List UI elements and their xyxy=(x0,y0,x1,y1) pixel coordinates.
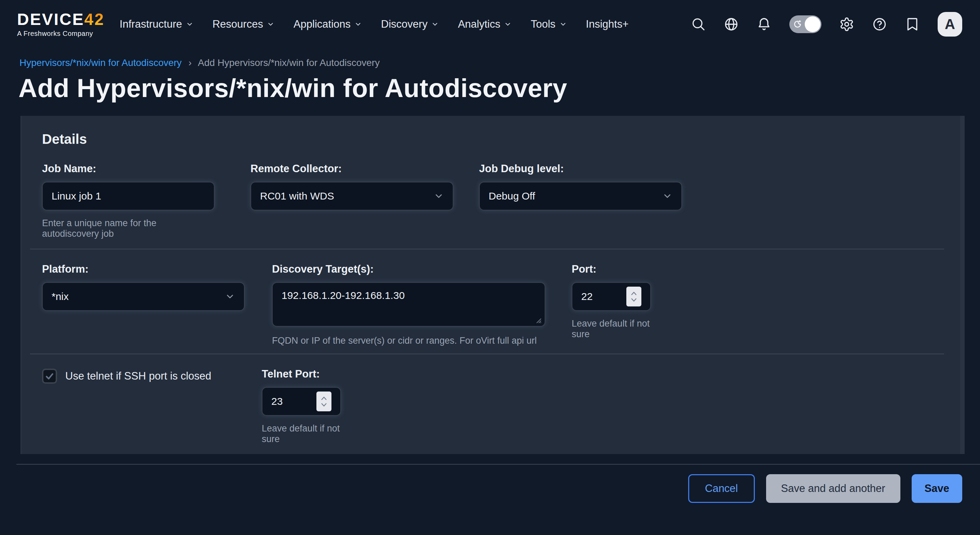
top-nav: DEVICE42 A Freshworks Company Infrastruc… xyxy=(0,0,980,49)
menu-item-insights[interactable]: Insights+ xyxy=(586,18,629,30)
job-debug-select[interactable]: Debug Off xyxy=(479,182,682,210)
menu-label: Infrastructure xyxy=(119,18,182,30)
number-stepper[interactable] xyxy=(317,392,331,411)
job-debug-label: Job Debug level: xyxy=(479,162,682,176)
discovery-targets-helper: FQDN or IP of the server(s) or cidr or r… xyxy=(272,335,546,346)
chevron-down-icon xyxy=(434,191,444,201)
vertical-scrollbar[interactable] xyxy=(960,116,965,454)
footer-actions: Cancel Save and add another Save xyxy=(0,474,962,503)
details-panel: Details Job Name: Enter a unique name fo… xyxy=(21,116,965,454)
logo-accent-42: 42 xyxy=(84,10,105,29)
job-name-label: Job Name: xyxy=(42,162,215,176)
form-row-1: Job Name: Enter a unique name for the au… xyxy=(42,162,937,239)
chevron-down-icon xyxy=(354,21,362,28)
row-divider xyxy=(30,354,944,354)
platform-value: *nix xyxy=(52,291,69,302)
stepper-down-icon xyxy=(320,402,328,408)
remote-collector-value: RC01 with WDS xyxy=(260,190,334,202)
menu-label: Insights+ xyxy=(586,18,629,30)
port-value: 22 xyxy=(581,291,626,302)
job-name-field-group: Job Name: Enter a unique name for the au… xyxy=(42,162,215,239)
search-icon[interactable] xyxy=(691,17,706,32)
resize-handle-icon[interactable] xyxy=(534,316,542,324)
menu-item-applications[interactable]: Applications xyxy=(294,18,362,30)
footer-divider xyxy=(16,464,980,465)
job-debug-value: Debug Off xyxy=(488,190,535,202)
job-name-input-wrap xyxy=(42,182,215,210)
device42-logo[interactable]: DEVICE42 A Freshworks Company xyxy=(17,11,105,38)
stepper-up-icon xyxy=(320,395,328,402)
remote-collector-field-group: Remote Collector: RC01 with WDS xyxy=(250,162,453,210)
remote-collector-label: Remote Collector: xyxy=(250,162,453,176)
menu-label: Applications xyxy=(294,18,351,30)
logo-wordmark: DEVICE42 xyxy=(17,11,105,28)
save-and-add-another-button[interactable]: Save and add another xyxy=(766,474,900,503)
form-row-3: Use telnet if SSH port is closed Telnet … xyxy=(42,367,937,445)
breadcrumb-current: Add Hypervisors/*nix/win for Autodiscove… xyxy=(198,57,380,68)
menu-item-tools[interactable]: Tools xyxy=(531,18,566,30)
use-telnet-checkbox[interactable] xyxy=(42,368,57,384)
help-icon[interactable] xyxy=(872,17,887,32)
discovery-targets-label: Discovery Target(s): xyxy=(272,262,546,276)
chevron-down-icon xyxy=(662,191,673,201)
remote-collector-select[interactable]: RC01 with WDS xyxy=(250,182,453,210)
menu-item-analytics[interactable]: Analytics xyxy=(458,18,512,30)
section-title: Details xyxy=(42,132,937,147)
use-telnet-check-row[interactable]: Use telnet if SSH port is closed xyxy=(42,368,262,384)
use-telnet-field-group: Use telnet if SSH port is closed xyxy=(42,367,262,384)
page-title: Add Hypervisors/*nix/win for Autodiscove… xyxy=(19,73,980,103)
cancel-button[interactable]: Cancel xyxy=(688,474,755,503)
stepper-up-icon xyxy=(630,291,638,297)
platform-label: Platform: xyxy=(42,262,245,276)
globe-icon[interactable] xyxy=(724,17,739,32)
platform-select[interactable]: *nix xyxy=(42,282,245,311)
checkmark-icon xyxy=(45,371,55,381)
menu-label: Resources xyxy=(213,18,263,30)
discovery-targets-field-group: Discovery Target(s): 192.168.1.20-192.16… xyxy=(272,262,546,346)
port-helper: Leave default if not sure xyxy=(572,318,651,340)
chevron-down-icon xyxy=(559,21,567,28)
nav-icon-cluster: A xyxy=(691,12,962,37)
logo-tagline: A Freshworks Company xyxy=(17,30,105,38)
bell-icon[interactable] xyxy=(757,17,772,32)
menu-label: Discovery xyxy=(381,18,428,30)
discovery-targets-textarea[interactable]: 192.168.1.20-192.168.1.30 xyxy=(272,282,546,327)
breadcrumb-link[interactable]: Hypervisors/*nix/win for Autodiscovery xyxy=(19,57,182,68)
menu-item-infrastructure[interactable]: Infrastructure xyxy=(119,18,193,30)
telnet-port-input[interactable]: 23 xyxy=(262,387,341,416)
job-debug-field-group: Job Debug level: Debug Off xyxy=(479,162,682,210)
port-input[interactable]: 22 xyxy=(572,282,651,311)
save-button[interactable]: Save xyxy=(912,474,962,503)
row-divider xyxy=(30,249,944,249)
menu-item-resources[interactable]: Resources xyxy=(213,18,274,30)
chevron-down-icon xyxy=(267,21,274,28)
job-name-helper: Enter a unique name for the autodiscover… xyxy=(42,218,215,239)
bookmark-icon[interactable] xyxy=(905,17,920,32)
discovery-targets-textarea-wrap: 192.168.1.20-192.168.1.30 xyxy=(272,282,546,328)
port-field-group: Port: 22 Leave default if not sure xyxy=(572,262,651,340)
menu-label: Analytics xyxy=(458,18,500,30)
chevron-down-icon xyxy=(186,21,193,28)
chevron-down-icon xyxy=(225,291,235,302)
theme-toggle[interactable] xyxy=(789,15,821,33)
menu-item-discovery[interactable]: Discovery xyxy=(381,18,439,30)
avatar[interactable]: A xyxy=(938,12,962,37)
telnet-port-value: 23 xyxy=(271,395,317,407)
main-menu: Infrastructure Resources Applications Di… xyxy=(119,18,628,30)
menu-label: Tools xyxy=(531,18,555,30)
breadcrumb: Hypervisors/*nix/win for Autodiscovery ›… xyxy=(19,57,980,68)
job-name-input[interactable] xyxy=(52,190,205,202)
moon-icon xyxy=(792,19,803,30)
number-stepper[interactable] xyxy=(626,287,641,306)
gear-icon[interactable] xyxy=(839,17,854,32)
toggle-knob xyxy=(805,16,821,32)
platform-field-group: Platform: *nix xyxy=(42,262,245,311)
telnet-port-helper: Leave default if not sure xyxy=(262,423,341,445)
breadcrumb-separator: › xyxy=(188,57,191,68)
use-telnet-label: Use telnet if SSH port is closed xyxy=(65,370,211,382)
stepper-down-icon xyxy=(630,297,638,303)
port-label: Port: xyxy=(572,262,651,276)
chevron-down-icon xyxy=(431,21,439,28)
chevron-down-icon xyxy=(504,21,512,28)
telnet-port-field-group: Telnet Port: 23 Leave default if not sur… xyxy=(262,367,341,445)
